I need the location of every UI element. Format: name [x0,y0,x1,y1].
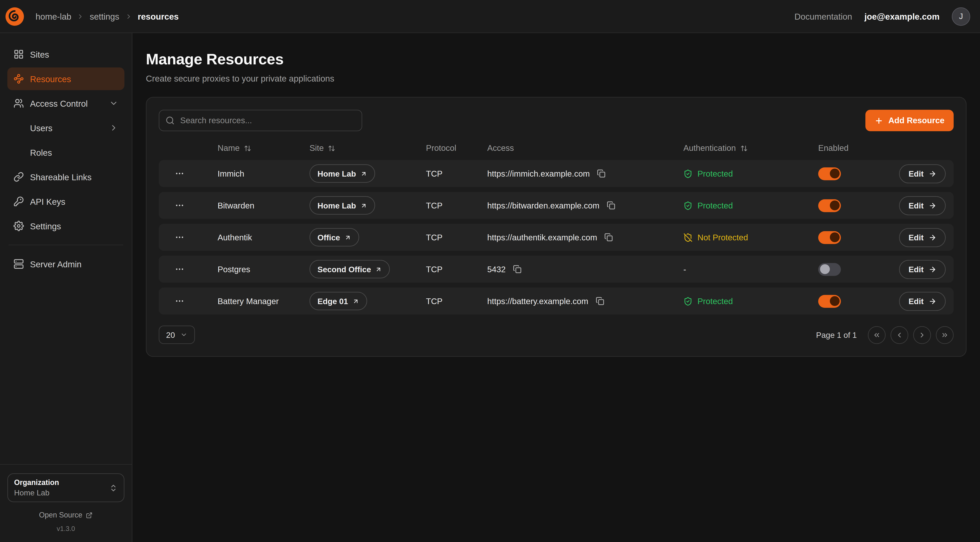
column-header-site[interactable]: Site [310,143,426,153]
sidebar-item-server-admin[interactable]: Server Admin [7,253,124,275]
last-page-button[interactable] [936,326,954,344]
site-link[interactable]: Edge 01 [310,292,367,310]
site-name: Second Office [318,265,371,274]
edit-button[interactable]: Edit [899,292,946,311]
table-row: Authentik Office TCP https://authentik.e… [159,224,954,251]
resources-card: Add Resource Name Site Protocol Access A… [146,97,967,357]
first-page-button[interactable] [868,326,886,344]
page-size-select[interactable]: 20 [159,325,195,344]
resource-protocol: TCP [426,297,487,306]
sort-icon [244,145,251,152]
open-source-link[interactable]: Open Source [7,511,124,519]
site-link[interactable]: Home Lab [310,196,375,215]
sidebar-item-label: Resources [30,74,71,84]
column-header-authentication[interactable]: Authentication [683,143,818,153]
auth-status: Protected [683,169,818,178]
copy-button[interactable] [594,295,605,306]
sidebar-item-sites[interactable]: Sites [7,43,124,65]
enabled-toggle[interactable] [818,231,841,244]
table-row: Battery Manager Edge 01 TCP https://batt… [159,287,954,314]
breadcrumb: home-lab settings resources [35,11,179,21]
resource-name: Bitwarden [218,201,310,210]
site-link[interactable]: Second Office [310,260,390,278]
sidebar-divider [0,464,132,465]
shield-check-icon [683,169,692,178]
sidebar-item-shareable-links[interactable]: Shareable Links [7,166,124,188]
edit-label: Edit [908,201,924,210]
column-header-label: Authentication [683,143,736,153]
sidebar-divider [9,245,123,245]
site-link[interactable]: Office [310,228,359,247]
sidebar-item-settings[interactable]: Settings [7,215,124,237]
external-link-icon [86,512,93,518]
column-header-name[interactable]: Name [218,143,310,153]
ellipsis-icon [175,296,185,306]
documentation-link[interactable]: Documentation [794,11,852,21]
chevrons-left-icon [873,331,881,339]
sidebar-item-label: Server Admin [30,259,81,269]
add-resource-button[interactable]: Add Resource [865,110,954,131]
edit-button[interactable]: Edit [899,260,946,279]
ellipsis-icon [175,264,185,274]
sidebar-item-roles[interactable]: Roles [7,141,124,164]
sidebar-nav: Sites Resources Access Control Users Rol… [7,43,124,275]
sidebar-item-label: Settings [30,221,61,231]
auth-label: - [683,265,686,274]
toggle-knob [830,169,840,179]
copy-button[interactable] [606,200,617,211]
row-menu-button[interactable] [173,167,186,180]
external-link-icon [360,170,367,177]
breadcrumb-home-lab[interactable]: home-lab [35,11,71,21]
sidebar-item-access-control[interactable]: Access Control [7,92,124,115]
copy-button[interactable] [603,232,614,243]
sidebar-item-users[interactable]: Users [7,116,124,139]
sort-icon [328,145,336,152]
pagination: 20 Page 1 of 1 [159,325,954,344]
shield-check-icon [683,201,692,210]
toggle-knob [830,296,840,306]
key-icon [13,196,24,207]
sidebar-item-label: Users [30,123,52,133]
search-input[interactable] [159,110,362,131]
auth-label: Protected [697,297,733,306]
next-page-button[interactable] [913,326,931,344]
enabled-toggle[interactable] [818,295,841,308]
add-resource-label: Add Resource [888,116,945,125]
row-menu-button[interactable] [173,263,186,275]
copy-button[interactable] [596,168,607,179]
gear-icon [13,221,24,231]
resource-protocol: TCP [426,265,487,274]
org-selector[interactable]: Organization Home Lab [7,473,124,502]
avatar[interactable]: J [952,7,970,26]
toggle-knob [830,201,840,210]
edit-button[interactable]: Edit [899,164,946,183]
plus-icon [875,116,883,125]
site-link[interactable]: Home Lab [310,164,375,183]
external-link-icon [375,266,382,273]
resource-name: Postgres [218,265,310,274]
org-value: Home Lab [14,489,59,497]
copy-button[interactable] [512,264,523,275]
edit-button[interactable]: Edit [899,228,946,247]
row-menu-button[interactable] [173,295,186,307]
auth-status: - [683,265,818,274]
breadcrumb-settings[interactable]: settings [90,11,119,21]
resource-protocol: TCP [426,169,487,178]
row-menu-button[interactable] [173,199,186,212]
enabled-toggle[interactable] [818,263,841,276]
sidebar-item-resources[interactable]: Resources [7,67,124,90]
page-size-value: 20 [166,330,175,340]
sidebar-item-api-keys[interactable]: API Keys [7,190,124,213]
column-header-protocol: Protocol [426,143,487,153]
ellipsis-icon [175,201,185,210]
enabled-toggle[interactable] [818,199,841,212]
auth-label: Protected [697,201,733,210]
enabled-toggle[interactable] [818,167,841,180]
edit-label: Edit [908,169,924,178]
resource-protocol: TCP [426,233,487,242]
link-icon [13,172,24,182]
edit-button[interactable]: Edit [899,196,946,215]
prev-page-button[interactable] [891,326,908,344]
row-menu-button[interactable] [173,231,186,244]
main-content: Manage Resources Create secure proxies t… [132,33,980,542]
